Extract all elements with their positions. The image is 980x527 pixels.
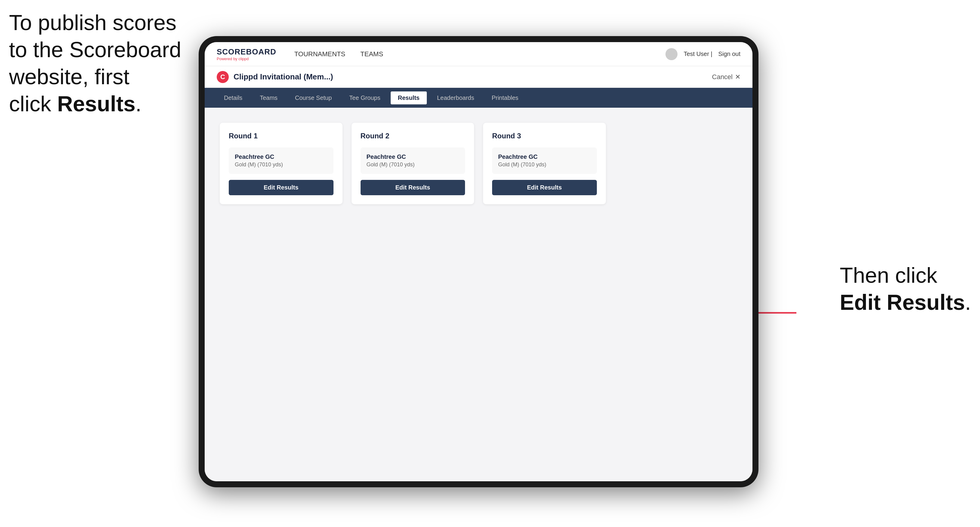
instruction-then-click: Then click (840, 263, 937, 287)
round-3-card: Round 3 Peachtree GC Gold (M) (7010 yds)… (483, 123, 606, 204)
user-name: Test User | (684, 51, 712, 57)
logo-text: SCOREBOARD (217, 47, 276, 57)
empty-column (615, 123, 738, 204)
logo-sub: Powered by clippd (217, 57, 276, 61)
round-1-edit-results-button[interactable]: Edit Results (229, 180, 334, 195)
round-2-edit-results-button[interactable]: Edit Results (361, 180, 465, 195)
top-nav: SCOREBOARD Powered by clippd TOURNAMENTS… (205, 42, 752, 66)
tab-tee-groups[interactable]: Tee Groups (342, 91, 387, 105)
round-1-course-name: Peachtree GC (235, 153, 328, 160)
tournament-title: C Clippd Invitational (Mem...) (217, 71, 712, 83)
round-2-course-card: Peachtree GC Gold (M) (7010 yds) (361, 148, 465, 174)
tab-bar: Details Teams Course Setup Tee Groups Re… (205, 88, 752, 108)
rounds-grid: Round 1 Peachtree GC Gold (M) (7010 yds)… (220, 123, 737, 204)
tournament-icon: C (217, 71, 229, 83)
nav-links: TOURNAMENTS TEAMS (294, 50, 666, 58)
instruction-edit-results: Edit Results (840, 290, 965, 314)
sub-header: C Clippd Invitational (Mem...) Cancel ✕ (205, 66, 752, 88)
tablet-frame: SCOREBOARD Powered by clippd TOURNAMENTS… (199, 36, 759, 487)
tab-printables[interactable]: Printables (484, 91, 525, 105)
round-1-course-detail: Gold (M) (7010 yds) (235, 162, 328, 168)
tab-details[interactable]: Details (217, 91, 250, 105)
tablet-screen: SCOREBOARD Powered by clippd TOURNAMENTS… (205, 42, 752, 481)
round-3-course-detail: Gold (M) (7010 yds) (498, 162, 591, 168)
instruction-right: Then click Edit Results. (840, 262, 971, 316)
tab-results[interactable]: Results (391, 91, 427, 105)
tab-teams[interactable]: Teams (253, 91, 285, 105)
sign-out-link[interactable]: Sign out (718, 51, 740, 57)
instruction-line3: website, first (9, 65, 129, 89)
user-avatar (665, 48, 678, 60)
instruction-line4: click Results. (9, 92, 142, 116)
nav-tournaments[interactable]: TOURNAMENTS (294, 50, 345, 58)
round-2-course-detail: Gold (M) (7010 yds) (367, 162, 459, 168)
instruction-line2: to the Scoreboard (9, 38, 181, 62)
cancel-button[interactable]: Cancel ✕ (712, 73, 740, 81)
round-1-course-card: Peachtree GC Gold (M) (7010 yds) (229, 148, 334, 174)
round-2-course-name: Peachtree GC (367, 153, 459, 160)
round-2-title: Round 2 (361, 132, 465, 140)
round-1-card: Round 1 Peachtree GC Gold (M) (7010 yds)… (220, 123, 342, 204)
content-area: Round 1 Peachtree GC Gold (M) (7010 yds)… (205, 108, 752, 481)
round-3-course-name: Peachtree GC (498, 153, 591, 160)
tab-leaderboards[interactable]: Leaderboards (430, 91, 481, 105)
instruction-line1: To publish scores (9, 11, 177, 35)
round-3-edit-results-button[interactable]: Edit Results (492, 180, 597, 195)
round-3-course-card: Peachtree GC Gold (M) (7010 yds) (492, 148, 597, 174)
round-1-title: Round 1 (229, 132, 334, 140)
round-2-card: Round 2 Peachtree GC Gold (M) (7010 yds)… (352, 123, 474, 204)
logo-area: SCOREBOARD Powered by clippd (217, 47, 276, 61)
nav-right: Test User | Sign out (665, 48, 740, 60)
nav-teams[interactable]: TEAMS (360, 50, 383, 58)
tournament-name: Clippd Invitational (Mem...) (234, 72, 333, 81)
round-3-title: Round 3 (492, 132, 597, 140)
tab-course-setup[interactable]: Course Setup (288, 91, 339, 105)
instruction-left: To publish scores to the Scoreboard webs… (9, 9, 181, 117)
